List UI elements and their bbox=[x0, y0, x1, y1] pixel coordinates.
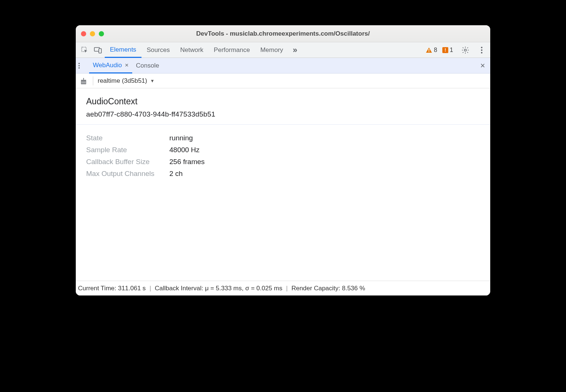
context-header: AudioContext aeb07ff7-c880-4703-944b-ff4… bbox=[76, 88, 490, 125]
inspect-element-icon[interactable] bbox=[78, 43, 91, 57]
svg-point-5 bbox=[464, 49, 466, 51]
drawer-tab-console[interactable]: Console bbox=[132, 58, 163, 73]
svg-point-10 bbox=[78, 65, 80, 66]
titlebar: DevTools - musiclab.chromeexperiments.co… bbox=[76, 25, 490, 42]
tab-sources-label: Sources bbox=[147, 46, 170, 54]
prop-label: Sample Rate bbox=[86, 144, 165, 156]
tab-elements[interactable]: Elements bbox=[105, 43, 142, 58]
context-type: AudioContext bbox=[86, 97, 480, 107]
warnings-count: 8 bbox=[434, 47, 437, 53]
svg-rect-4 bbox=[429, 51, 429, 52]
prop-value: 2 ch bbox=[169, 168, 183, 180]
separator: | bbox=[149, 285, 152, 292]
context-properties: State running Sample Rate 48000 Hz Callb… bbox=[76, 125, 490, 187]
prop-value: 48000 Hz bbox=[169, 144, 199, 156]
prop-row-buffer: Callback Buffer Size 256 frames bbox=[86, 156, 480, 168]
svg-point-7 bbox=[481, 49, 482, 51]
main-tabbar: Elements Sources Network Performance Mem… bbox=[76, 42, 490, 58]
prop-value: 256 frames bbox=[169, 156, 205, 168]
tab-network[interactable]: Network bbox=[175, 42, 208, 58]
drawer-close-icon[interactable]: × bbox=[477, 61, 488, 71]
device-toolbar-icon[interactable] bbox=[91, 43, 105, 57]
chevron-down-icon: ▼ bbox=[150, 78, 154, 84]
divider bbox=[93, 76, 93, 85]
prop-value: running bbox=[169, 132, 193, 144]
webaudio-content: AudioContext aeb07ff7-c880-4703-944b-ff4… bbox=[76, 88, 490, 281]
prop-row-state: State running bbox=[86, 132, 480, 144]
svg-rect-3 bbox=[429, 49, 429, 51]
prop-label: State bbox=[86, 132, 165, 144]
close-window-button[interactable] bbox=[81, 31, 86, 36]
issues-count: 1 bbox=[450, 47, 453, 53]
context-selector-label: realtime (3d5b51) bbox=[98, 77, 147, 85]
tab-performance-label: Performance bbox=[214, 46, 250, 54]
alerts-area: 8 ! 1 bbox=[426, 46, 488, 54]
warning-triangle-icon bbox=[426, 47, 432, 53]
drawer-tab-webaudio-label: WebAudio bbox=[93, 62, 122, 69]
window-title: DevTools - musiclab.chromeexperiments.co… bbox=[76, 30, 490, 37]
tab-memory[interactable]: Memory bbox=[255, 42, 288, 58]
drawer-more-icon[interactable] bbox=[78, 62, 89, 69]
tab-performance[interactable]: Performance bbox=[209, 42, 255, 58]
traffic-lights bbox=[81, 31, 104, 36]
issue-square-icon: ! bbox=[442, 47, 448, 53]
svg-point-6 bbox=[481, 47, 482, 48]
webaudio-toolbar: realtime (3d5b51) ▼ bbox=[76, 74, 490, 88]
tab-sources[interactable]: Sources bbox=[142, 42, 175, 58]
tab-elements-label: Elements bbox=[110, 46, 136, 53]
svg-rect-2 bbox=[99, 49, 101, 53]
minimize-window-button[interactable] bbox=[90, 31, 95, 36]
status-current-time: Current Time: 311.061 s bbox=[78, 285, 146, 292]
svg-point-8 bbox=[481, 52, 482, 53]
prop-label: Max Output Channels bbox=[86, 168, 165, 180]
svg-point-9 bbox=[78, 63, 80, 64]
more-menu-icon[interactable] bbox=[478, 46, 486, 54]
settings-button[interactable] bbox=[458, 46, 472, 54]
prop-label: Callback Buffer Size bbox=[86, 156, 165, 168]
drawer-tabbar: WebAudio × Console × bbox=[76, 58, 490, 74]
context-selector[interactable]: realtime (3d5b51) ▼ bbox=[98, 77, 154, 85]
prop-row-channels: Max Output Channels 2 ch bbox=[86, 168, 480, 180]
prop-row-samplerate: Sample Rate 48000 Hz bbox=[86, 144, 480, 156]
status-callback-interval: Callback Interval: μ = 5.333 ms, σ = 0.0… bbox=[155, 285, 282, 292]
statusbar: Current Time: 311.061 s | Callback Inter… bbox=[76, 281, 490, 295]
svg-point-11 bbox=[78, 67, 80, 69]
zoom-window-button[interactable] bbox=[99, 31, 104, 36]
close-icon[interactable]: × bbox=[125, 62, 129, 69]
drawer-tab-webaudio[interactable]: WebAudio × bbox=[89, 58, 132, 74]
tab-network-label: Network bbox=[180, 46, 203, 54]
issues-badge[interactable]: ! 1 bbox=[442, 47, 453, 53]
more-tabs-icon[interactable]: » bbox=[288, 43, 302, 57]
separator: | bbox=[285, 285, 288, 292]
warnings-badge[interactable]: 8 bbox=[426, 47, 437, 53]
status-render-capacity: Render Capacity: 8.536 % bbox=[292, 285, 365, 292]
context-uuid: aeb07ff7-c880-4703-944b-ff47533d5b51 bbox=[86, 110, 480, 118]
drawer-tab-console-label: Console bbox=[136, 62, 159, 69]
garbage-collect-icon[interactable] bbox=[80, 77, 87, 85]
tab-memory-label: Memory bbox=[260, 46, 283, 54]
devtools-window: DevTools - musiclab.chromeexperiments.co… bbox=[76, 25, 490, 295]
